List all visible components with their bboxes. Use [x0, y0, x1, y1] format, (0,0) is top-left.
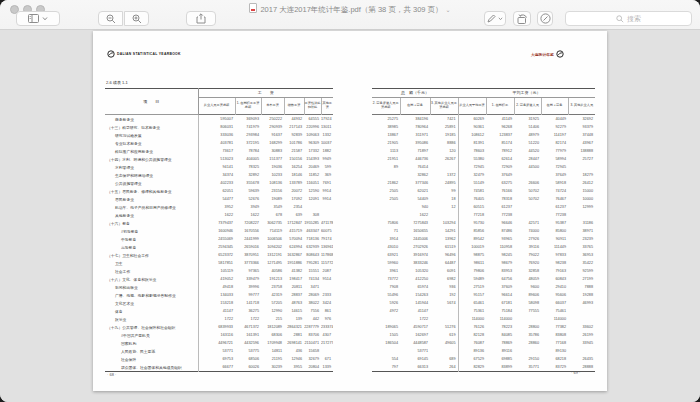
cell-value [568, 347, 595, 355]
cell-value: 30883 [261, 147, 284, 155]
cell-value: 60515 [458, 203, 486, 211]
pdf-file-icon [249, 3, 257, 13]
row-label: （十五）居民服务、修理和其他服务业 [105, 187, 198, 195]
cell-value: 2455069 [198, 235, 235, 243]
cell-value: 619 [430, 331, 458, 339]
cell-value [514, 203, 541, 211]
cell-value: 12091 [304, 195, 321, 203]
zoom-in-button[interactable] [124, 11, 149, 26]
cell-value: 13011 [321, 123, 333, 131]
row-label: 卫生 [105, 259, 198, 267]
table-row: 人民政协、民主党派53771537751481143615658 [105, 347, 333, 355]
cell-value: 333036 [198, 131, 235, 139]
cell-value: 83706 [304, 331, 321, 339]
row-label: 专业技术服务业 [105, 139, 198, 147]
cell-value: 40586 [261, 267, 284, 275]
cell-value: 369 [321, 171, 333, 179]
left-brand-text: DALIAN STATISTICAL YEARBOOK [117, 52, 181, 56]
row-label: 居民服务业 [105, 195, 198, 203]
zoom-out-button[interactable] [98, 11, 123, 26]
cell-value: 1955285 [304, 219, 321, 227]
cell-value: 39116 [514, 243, 541, 251]
cell-value: 780964 [400, 123, 430, 131]
cell-value: 3914 [372, 235, 400, 243]
cell-value: 73617 [198, 147, 235, 155]
search-input[interactable]: 搜索 [565, 11, 692, 26]
cell-value: 82128 [458, 331, 486, 339]
cell-value: 3870951 [235, 251, 261, 259]
cell-value: 15000 [568, 187, 595, 195]
cell-value: 9914 [321, 187, 333, 195]
cell-value: 78223 [486, 323, 514, 331]
cell-value: 191213 [261, 275, 284, 283]
cell-value: 339479 [235, 275, 261, 283]
pdf-spread: DALIAN STATISTICAL YEARBOOK 2-6 续表 1-1 项… [93, 31, 607, 391]
cell-value: 57205 [261, 299, 284, 307]
cell-value: 32479 [458, 171, 486, 179]
cell-value: 55149 [458, 179, 486, 187]
window-title-text: 2017 大连2017年统计年鉴.pdf（第 38 页，共 309 页） [260, 5, 442, 14]
cell-value: 42571 [514, 219, 541, 227]
cell-value: 50702 [514, 187, 541, 195]
cell-value: 12 [430, 203, 458, 211]
cell-value: 4496721 [198, 339, 235, 347]
cell-value: 108612 [458, 131, 486, 139]
table-row: 7580672758431032949573096646425719538731… [372, 219, 595, 227]
cell-value: 114197 [541, 131, 568, 139]
title-chevron-down-icon[interactable]: ⌄ [446, 7, 451, 13]
document-area[interactable]: DALIAN STATISTICAL YEARBOOK 2-6 续表 1-1 项… [0, 30, 700, 402]
rotate-button[interactable] [513, 11, 531, 26]
cell-value: 1600946 [198, 227, 235, 235]
cell-value: 78603 [458, 147, 486, 155]
share-button[interactable] [186, 11, 216, 26]
markup-pen-button[interactable] [484, 11, 506, 26]
cell-value: 14291 [430, 227, 458, 235]
wage-table-right: 总 额（千元） 平均工资（元） 2. 劳务派遣人员工资总额在岗＋劳务3. 其他从… [372, 88, 595, 372]
cell-value: 95606 [541, 291, 568, 299]
cell-value: 714119 [261, 227, 284, 235]
cell-value: 293984 [235, 131, 261, 139]
cell-value: 68218 [541, 355, 568, 363]
cell-value: 12946 [284, 355, 304, 363]
cell-value: 46993 [568, 299, 595, 307]
cell-value: 108136 [261, 179, 284, 187]
cell-value: 41382 [284, 267, 304, 275]
cell-value: 53771 [400, 347, 430, 355]
cell-value [430, 163, 458, 171]
cell-value [430, 211, 458, 219]
pen-icon [487, 14, 496, 23]
cell-value: 14811 [261, 347, 284, 355]
annotate-button[interactable] [537, 11, 553, 26]
column-header: 基本工资 [261, 98, 284, 115]
cell-value: 5926 [372, 299, 400, 307]
left-page-header: DALIAN STATISTICAL YEARBOOK [107, 50, 181, 58]
table-row: 897641472945729094450072945 [372, 163, 595, 171]
cell-value: 60269 [458, 115, 486, 124]
cell-value: 74581 [458, 187, 486, 195]
table-row: 科技推广和应用服务业73617787843088321587173321882 [105, 147, 333, 155]
cell-value: 62021 [400, 187, 430, 195]
cell-value: 89542 [458, 235, 486, 243]
cell-value: 38022 [304, 299, 321, 307]
row-label: 群众团体、社会团体和其他成员组织 [105, 363, 198, 372]
cell-value: 32892 [235, 171, 261, 179]
sidebar-toggle-button[interactable] [16, 11, 60, 26]
cell-value: 35422 [568, 259, 595, 267]
cell-value: 110958 [486, 243, 514, 251]
cell-value: 77382 [541, 323, 568, 331]
cell-value: 718136 [304, 235, 321, 243]
cell-value: 189065 [372, 323, 400, 331]
cell-value: 6091 [430, 267, 458, 275]
cell-value: 5817851 [198, 259, 235, 267]
cell-value: 78912 [486, 147, 514, 155]
cell-value: 1882 [321, 147, 333, 155]
cell-value: 19288 [568, 291, 595, 299]
row-label: 社会保障 [105, 355, 198, 363]
cell-value: 1339 [321, 363, 333, 372]
cell-value: 76920 [514, 259, 541, 267]
table-row: 49724114775361751847755575461 [372, 307, 595, 315]
right-page-header: 大连统计年鉴 [531, 50, 564, 58]
cell-value: 20072 [284, 187, 304, 195]
cell-value: 76405 [458, 195, 486, 203]
cell-value: 96646 [486, 219, 514, 227]
